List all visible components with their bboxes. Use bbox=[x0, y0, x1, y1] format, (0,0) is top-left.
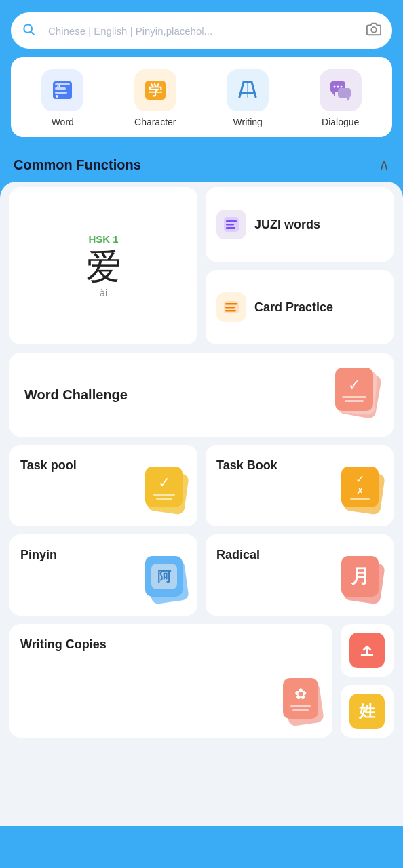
hsk-card[interactable]: HSK 1 爱 ài bbox=[9, 187, 197, 344]
word-challenge-card[interactable]: Word Challenge ✓ bbox=[9, 353, 394, 437]
category-writing[interactable]: Writing bbox=[224, 69, 271, 127]
category-panel: a Word 学 Character Writing bbox=[11, 57, 392, 137]
category-word[interactable]: a Word bbox=[39, 69, 86, 127]
svg-rect-22 bbox=[225, 307, 235, 309]
upload-action-card[interactable] bbox=[341, 624, 394, 677]
character-label: Character bbox=[134, 117, 176, 127]
juzi-label: JUZI words bbox=[254, 218, 320, 232]
word-challenge-label: Word Challenge bbox=[24, 387, 128, 403]
pinyin-illustration: 阿 bbox=[139, 556, 187, 602]
writing-copies-card[interactable]: Writing Copies ✿ bbox=[9, 624, 332, 738]
upload-icon bbox=[349, 633, 385, 668]
section-title: Common Functions bbox=[14, 157, 141, 173]
name-icon: 姓 bbox=[349, 694, 385, 729]
category-character[interactable]: 学 Character bbox=[132, 69, 179, 127]
camera-icon[interactable] bbox=[366, 22, 381, 40]
juzi-words-card[interactable]: JUZI words bbox=[206, 187, 394, 262]
task-book-illustration: ✓ ✗ bbox=[335, 467, 383, 513]
search-icon bbox=[22, 22, 35, 39]
search-divider bbox=[41, 23, 41, 38]
task-pool-illustration: ✓ bbox=[139, 467, 187, 513]
radical-card[interactable]: Radical 月 bbox=[206, 534, 394, 616]
svg-line-1 bbox=[31, 31, 35, 35]
character-icon-bg: 学 bbox=[134, 69, 176, 111]
main-content: HSK 1 爱 ài JUZI words bbox=[0, 182, 403, 826]
writing-icon-bg bbox=[227, 69, 269, 111]
card-practice-icon bbox=[216, 292, 246, 322]
task-pool-card[interactable]: Task pool ✓ bbox=[9, 445, 197, 526]
pinyin-radical-grid: Pinyin 阿 Radical 月 bbox=[9, 534, 394, 616]
svg-rect-18 bbox=[226, 224, 234, 226]
svg-rect-21 bbox=[225, 303, 237, 305]
task-pool-label: Task pool bbox=[20, 458, 77, 473]
toggle-icon[interactable]: ∧ bbox=[379, 156, 389, 174]
search-bar[interactable]: Chinese | English | Pinyin,placehol... bbox=[11, 12, 392, 49]
word-label: Word bbox=[52, 117, 74, 127]
svg-point-15 bbox=[340, 86, 342, 88]
pinyin-label: Pinyin bbox=[20, 548, 57, 562]
category-dialogue[interactable]: Dialogue bbox=[317, 69, 364, 127]
svg-point-7 bbox=[56, 95, 58, 98]
bottom-action-icons: 姓 bbox=[341, 624, 394, 738]
word-challenge-illustration: ✓ bbox=[324, 368, 379, 422]
search-input-placeholder: Chinese | English | Pinyin,placehol... bbox=[48, 25, 366, 37]
svg-point-0 bbox=[24, 24, 32, 33]
writing-copies-label: Writing Copies bbox=[20, 637, 107, 652]
name-action-card[interactable]: 姓 bbox=[341, 685, 394, 738]
task-book-label: Task Book bbox=[216, 458, 277, 473]
svg-rect-12 bbox=[338, 88, 351, 98]
card-practice-label: Card Practice bbox=[254, 300, 333, 315]
writing-copies-illustration: ✿ bbox=[277, 678, 322, 724]
hsk-level: HSK 1 bbox=[88, 233, 118, 245]
svg-rect-23 bbox=[225, 310, 236, 312]
svg-rect-19 bbox=[226, 227, 235, 229]
dialogue-label: Dialogue bbox=[322, 117, 359, 127]
juzi-icon bbox=[216, 210, 246, 239]
svg-rect-17 bbox=[226, 220, 237, 222]
card-practice-card[interactable]: Card Practice bbox=[206, 270, 394, 344]
svg-point-13 bbox=[333, 86, 335, 88]
task-grid: Task pool ✓ Task Book ✓ bbox=[9, 445, 394, 526]
writing-label: Writing bbox=[233, 117, 263, 127]
section-header: Common Functions ∧ bbox=[0, 149, 403, 182]
radical-label: Radical bbox=[216, 548, 260, 562]
svg-point-14 bbox=[337, 86, 339, 88]
svg-text:a: a bbox=[57, 83, 60, 89]
word-icon-bg: a bbox=[41, 69, 83, 111]
hsk-pinyin: ài bbox=[100, 287, 108, 298]
svg-rect-6 bbox=[55, 92, 67, 94]
svg-point-2 bbox=[371, 27, 376, 32]
task-book-card[interactable]: Task Book ✓ ✗ bbox=[206, 445, 394, 526]
dialogue-icon-bg bbox=[320, 69, 362, 111]
pinyin-card[interactable]: Pinyin 阿 bbox=[9, 534, 197, 616]
hsk-character: 爱 bbox=[86, 249, 121, 284]
radical-illustration: 月 bbox=[335, 556, 383, 602]
svg-text:学: 学 bbox=[149, 83, 162, 98]
writing-copies-row: Writing Copies ✿ bbox=[9, 624, 394, 738]
